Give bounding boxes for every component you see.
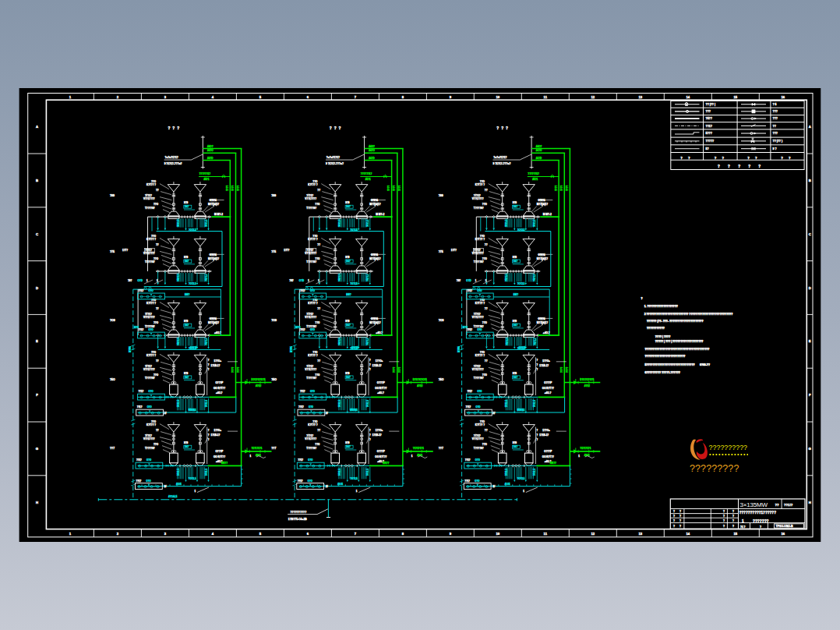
svg-text:??????1?: ??????1? xyxy=(199,172,211,175)
svg-text:? ?: ? ? xyxy=(781,156,792,160)
svg-text:H: H xyxy=(36,501,38,504)
svg-text:?????: ????? xyxy=(706,140,715,143)
svg-text:F: F xyxy=(36,393,38,397)
svg-text:??1?: ??1? xyxy=(706,125,712,128)
svg-text:O?O: O?O xyxy=(149,390,154,393)
svg-text:?7?1?: ?7?1? xyxy=(145,313,152,316)
svg-text:????: ???? xyxy=(231,367,235,373)
svg-text:? ?: ? ? xyxy=(715,156,726,160)
svg-text:5?: 5? xyxy=(706,147,709,150)
svg-text:??: ?? xyxy=(156,429,159,432)
svg-text:11: 11 xyxy=(544,95,548,99)
svg-text:?R?1.5: ?R?1.5 xyxy=(205,400,208,408)
svg-text:???????: ??????? xyxy=(753,519,769,523)
svg-text:?R?1.5: ?R?1.5 xyxy=(177,400,180,408)
svg-text:?: ? xyxy=(673,519,675,522)
svg-text:2/: 2/ xyxy=(164,412,167,415)
svg-text:9?9: 9?9 xyxy=(184,372,189,375)
svg-text:?? |?? ): ?? |?? ) xyxy=(773,140,783,143)
svg-text:C: C xyxy=(809,232,811,236)
svg-text:M?7()4(1?: M?7()4(1? xyxy=(208,257,219,260)
svg-text:D: D xyxy=(809,286,811,290)
svg-text:??: ?? xyxy=(156,243,159,246)
svg-text:V??1????: V??1???? xyxy=(143,437,155,441)
svg-text:?99: ?99 xyxy=(110,194,115,197)
svg-text:??????????1??????: ??????????1?????? xyxy=(739,511,777,515)
svg-text:9?9?4: 9?9?4 xyxy=(210,253,217,257)
svg-text:?: ? xyxy=(732,519,734,522)
svg-text:???? | ????: ???? | ???? xyxy=(655,335,670,338)
svg-text:15: 15 xyxy=(733,532,737,536)
svg-text:10: 10 xyxy=(496,95,499,99)
svg-text:#?OAL5: #?OAL5 xyxy=(168,495,178,498)
svg-text:D?O?O?O?1: D?O?O?O?1 xyxy=(252,378,266,381)
svg-text:?: ? xyxy=(641,297,643,300)
svg-text:2 ?????????????????????????? ?: 2 ?????????????????????????? ???????????… xyxy=(644,313,733,316)
svg-text:?: ? xyxy=(723,510,725,513)
svg-text:D4?: D4? xyxy=(185,376,189,379)
svg-text:??1?: ??1? xyxy=(136,480,142,483)
svg-text:?7?1?: ?7?1? xyxy=(145,194,152,197)
svg-text:#1O5: #1O5 xyxy=(176,483,182,486)
svg-text:?????????????????????????: ????????????????????????? xyxy=(645,355,686,358)
svg-text:D: D xyxy=(36,286,38,290)
svg-text:13: 13 xyxy=(638,95,642,99)
svg-text:T????9?: T????9? xyxy=(145,260,155,264)
svg-text:??O: ??O xyxy=(154,373,159,377)
svg-text:?????????: ????????? xyxy=(690,463,739,474)
svg-text:1: 1 xyxy=(742,519,744,523)
svg-text:??O: ??O xyxy=(154,443,159,446)
svg-text:D4?: D4? xyxy=(185,324,189,327)
svg-text:B: B xyxy=(809,179,811,182)
svg-text:??: ?? xyxy=(156,307,159,310)
svg-text:? ?: ? ? xyxy=(680,156,692,160)
svg-text:??????????: ?????????? xyxy=(709,444,747,451)
svg-text:O?O: O?O xyxy=(146,480,152,483)
svg-text:??: ?? xyxy=(156,189,159,192)
svg-text:0?00-??: 0?00-?? xyxy=(700,363,710,366)
svg-text:#4?D: #4?D xyxy=(207,157,214,160)
svg-text:? ? ?: ? ? ? xyxy=(168,126,180,130)
svg-text:5???: 5??? xyxy=(706,132,712,135)
svg-text:11: 11 xyxy=(544,532,548,536)
svg-text:?5O: ?5O xyxy=(110,378,115,381)
svg-text:D4?: D4? xyxy=(185,445,189,448)
svg-text:#TO 5: #TO 5 xyxy=(189,409,195,412)
svg-text:V??1????: V??1???? xyxy=(143,368,155,371)
svg-text:?? |?? |: ?? |?? | xyxy=(706,103,715,106)
svg-text:????: ???? xyxy=(226,186,229,191)
svg-text:1?1B-1?: 1?1B-1? xyxy=(211,434,221,437)
svg-text:T????9?: T????9? xyxy=(145,207,155,210)
svg-text:?: ? xyxy=(679,525,681,528)
svg-text:O???P: O???P xyxy=(216,450,224,453)
svg-text:M?7()4(1?: M?7()4(1? xyxy=(208,203,219,206)
svg-text:O?O: O?O xyxy=(147,405,153,409)
svg-text:F: F xyxy=(809,393,811,397)
svg-text:?R?1.5: ?R?1.5 xyxy=(205,338,208,345)
svg-text:?: ? xyxy=(732,515,734,518)
svg-text:?75: ?75 xyxy=(110,250,115,253)
svg-text:T????9?: T????9? xyxy=(145,447,155,450)
svg-text:O?D: O?D xyxy=(138,279,143,282)
svg-text:?: ? xyxy=(673,515,675,518)
svg-text:?: ? xyxy=(732,525,734,528)
svg-text:16: 16 xyxy=(781,532,785,536)
svg-text:??O: ??O xyxy=(151,420,157,423)
svg-text:??O: ??O xyxy=(154,203,159,206)
svg-text:T????9?: T????9? xyxy=(145,377,155,380)
svg-text:?1 ?: ?1 ? xyxy=(740,526,746,529)
svg-text:C: C xyxy=(36,232,38,236)
svg-text:?1?1?1?1: ?1?1?1?1 xyxy=(252,447,263,450)
svg-text:??: ?? xyxy=(775,503,780,507)
svg-text:G: G xyxy=(809,447,811,451)
svg-text:12: 12 xyxy=(591,532,595,536)
svg-text:??O: ??O xyxy=(151,351,157,354)
svg-text:?: ? xyxy=(673,525,675,528)
svg-text:#?!1!: #?!1! xyxy=(256,384,261,388)
svg-text:+4O.?: +4O.? xyxy=(216,391,223,395)
svg-text:B: B xyxy=(36,179,38,182)
svg-text:O?O: O?O xyxy=(146,458,152,462)
svg-text:?5??: ?5?? xyxy=(706,117,712,120)
svg-text:1?1B-1?: 1?1B-1? xyxy=(211,364,221,367)
svg-text:G: G xyxy=(36,447,38,451)
